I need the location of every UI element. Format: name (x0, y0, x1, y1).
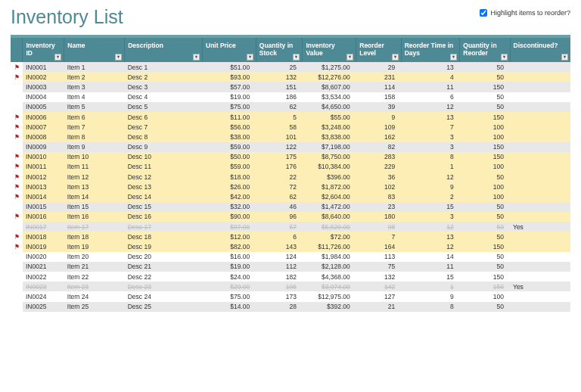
table-row[interactable]: ⚑IN0010Item 10Desc 10$50.00175$8,750.002… (11, 152, 570, 162)
col-flag[interactable] (11, 38, 23, 62)
col-desc[interactable]: Description▾ (125, 38, 203, 62)
table-row[interactable]: ⚑IN0012Item 12Desc 12$18.0022$396.003612… (11, 172, 570, 182)
rtime-cell: 12 (401, 172, 460, 182)
filter-icon[interactable]: ▾ (501, 54, 508, 61)
disc-cell (510, 232, 570, 241)
qreo-cell: 50 (460, 72, 510, 82)
table-row[interactable]: IN0020Item 20Desc 20$16.00124$1,984.0011… (11, 252, 570, 262)
name-cell: Item 13 (64, 182, 125, 191)
qreo-cell: 100 (460, 162, 510, 172)
id-cell: IN0015 (23, 202, 64, 212)
table-row[interactable]: ⚑IN0016Item 16Desc 16$90.0096$8,640.0018… (11, 212, 570, 222)
flag-cell (11, 252, 23, 262)
table-row[interactable]: ⚑IN0013Item 13Desc 13$26.0072$1,872.0010… (11, 182, 570, 191)
table-row[interactable]: IN0021Item 21Desc 21$19.00112$2,128.0075… (11, 262, 570, 272)
table-row[interactable]: IN0009Item 9Desc 9$59.00122$7,198.008231… (11, 142, 570, 152)
rtime-cell: 3 (401, 212, 460, 222)
col-name[interactable]: Name▾ (64, 38, 125, 62)
highlight-checkbox[interactable] (480, 9, 487, 17)
disc-cell (510, 62, 570, 72)
rlvl-cell: 127 (356, 291, 401, 301)
disc-cell (510, 291, 570, 301)
ival-cell: $3,534.00 (303, 92, 356, 102)
flag-cell (11, 92, 23, 102)
filter-icon[interactable]: ▾ (293, 54, 300, 61)
disc-cell (510, 182, 570, 191)
qreo-cell: 50 (460, 232, 510, 241)
id-cell: IN0018 (23, 232, 64, 241)
desc-cell: Desc 17 (125, 222, 203, 232)
disc-cell (510, 191, 570, 201)
name-cell: Item 22 (64, 272, 125, 282)
rtime-cell: 8 (401, 152, 460, 162)
disc-cell (510, 252, 570, 262)
filter-icon[interactable]: ▾ (346, 54, 353, 61)
table-row[interactable]: ⚑IN0011Item 11Desc 11$59.00176$10,384.00… (11, 162, 570, 172)
table-row[interactable]: IN0017Item 17Desc 17$97.0057$5,529.00981… (11, 222, 570, 232)
col-qstock[interactable]: Quantity in Stock▾ (256, 38, 303, 62)
disc-cell (510, 112, 570, 122)
name-cell: Item 18 (64, 232, 125, 241)
rtime-cell: 13 (401, 112, 460, 122)
id-cell: IN0011 (23, 162, 64, 172)
qstock-cell: 25 (256, 62, 303, 72)
table-row[interactable]: ⚑IN0007Item 7Desc 7$56.0058$3,248.001097… (11, 122, 570, 132)
table-row[interactable]: ⚑IN0018Item 18Desc 18$12.006$72.0071350 (11, 232, 570, 241)
filter-icon[interactable]: ▾ (247, 54, 253, 61)
col-price[interactable]: Unit Price▾ (203, 38, 256, 62)
ival-cell: $2,128.00 (303, 262, 356, 272)
id-cell: IN0014 (23, 191, 64, 201)
table-row[interactable]: IN0023Item 23Desc 23$29.00106$3,074.0014… (11, 282, 570, 291)
price-cell: $51.00 (203, 62, 256, 72)
desc-cell: Desc 15 (125, 202, 203, 212)
rlvl-cell: 83 (356, 191, 401, 201)
desc-cell: Desc 6 (125, 112, 203, 122)
name-cell: Item 23 (64, 282, 125, 291)
disc-cell (510, 102, 570, 112)
table-row[interactable]: ⚑IN0001Item 1Desc 1$51.0025$1,275.002913… (11, 62, 570, 72)
ival-cell: $11,726.00 (303, 241, 356, 251)
table-row[interactable]: IN0015Item 15Desc 15$32.0046$1,472.00231… (11, 202, 570, 212)
name-cell: Item 6 (64, 112, 125, 122)
table-row[interactable]: ⚑IN0014Item 14Desc 14$42.0062$2,604.0083… (11, 191, 570, 201)
filter-icon[interactable]: ▾ (115, 54, 122, 61)
table-row[interactable]: ⚑IN0008Item 8Desc 8$38.00101$3,838.00162… (11, 132, 570, 142)
qreo-cell: 50 (460, 102, 510, 112)
qreo-cell: 150 (460, 241, 510, 251)
price-cell: $57.00 (203, 82, 256, 92)
highlight-toggle[interactable]: Highlight items to reorder? (480, 9, 570, 17)
filter-icon[interactable]: ▾ (392, 54, 399, 61)
table-row[interactable]: IN0025Item 25Desc 25$14.0028$392.0021850 (11, 302, 570, 312)
filter-icon[interactable]: ▾ (193, 54, 200, 61)
flag-icon: ⚑ (14, 153, 20, 160)
rtime-cell: 9 (401, 291, 460, 301)
col-rtime[interactable]: Reorder Time in Days▾ (401, 38, 460, 62)
table-row[interactable]: IN0004Item 4Desc 4$19.00186$3,534.001586… (11, 92, 570, 102)
table-row[interactable]: ⚑IN0002Item 2Desc 2$93.00132$12,276.0023… (11, 72, 570, 82)
desc-cell: Desc 10 (125, 152, 203, 162)
qstock-cell: 6 (256, 232, 303, 241)
table-row[interactable]: IN0003Item 3Desc 3$57.00151$8,607.001141… (11, 82, 570, 92)
table-row[interactable]: IN0022Item 22Desc 22$24.00182$4,368.0013… (11, 272, 570, 282)
col-rlvl[interactable]: Reorder Level▾ (356, 38, 401, 62)
table-row[interactable]: ⚑IN0019Item 19Desc 19$82.00143$11,726.00… (11, 241, 570, 251)
rlvl-cell: 82 (356, 142, 401, 152)
table-row[interactable]: IN0024Item 24Desc 24$75.00173$12,975.001… (11, 291, 570, 301)
name-cell: Item 2 (64, 72, 125, 82)
col-disc[interactable]: Discontinued?▾ (510, 38, 570, 62)
table-row[interactable]: IN0005Item 5Desc 5$75.0062$4,650.0039125… (11, 102, 570, 112)
flag-icon: ⚑ (14, 173, 20, 181)
ival-cell: $8,640.00 (303, 212, 356, 222)
ival-cell: $396.00 (303, 172, 356, 182)
id-cell: IN0004 (23, 92, 64, 102)
filter-icon[interactable]: ▾ (54, 54, 61, 61)
filter-icon[interactable]: ▾ (561, 54, 568, 61)
table-row[interactable]: ⚑IN0006Item 6Desc 6$11.005$55.00913150 (11, 112, 570, 122)
name-cell: Item 16 (64, 212, 125, 222)
ival-cell: $1,984.00 (303, 252, 356, 262)
col-ival[interactable]: Inventory Value▾ (303, 38, 356, 62)
price-cell: $12.00 (203, 232, 256, 241)
filter-icon[interactable]: ▾ (450, 54, 457, 61)
col-qreo[interactable]: Quantity in Reorder▾ (460, 38, 510, 62)
col-id[interactable]: Inventory ID▾ (23, 38, 64, 62)
